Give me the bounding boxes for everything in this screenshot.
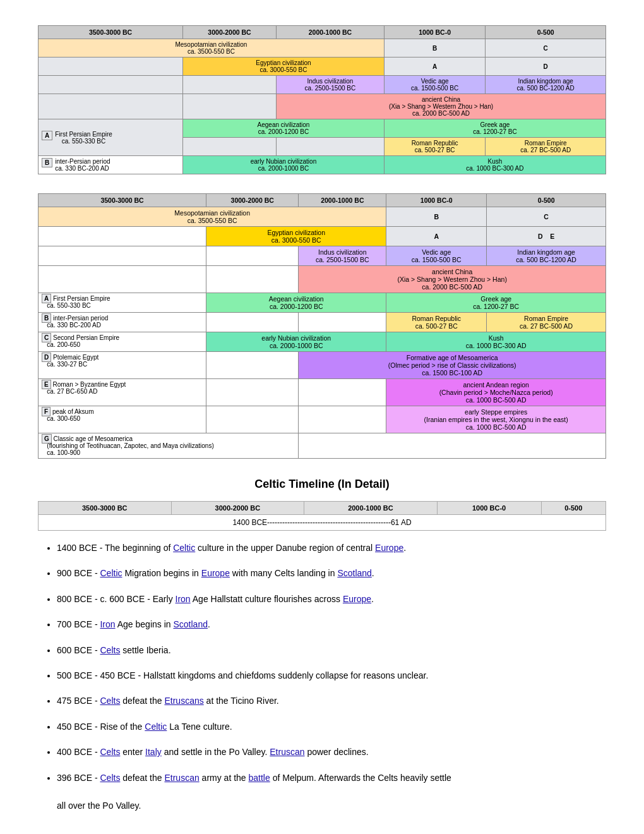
link-scotland-2[interactable]: Scotland (173, 619, 207, 629)
empty-cell-4 (39, 94, 183, 119)
th-0500: 0-500 (487, 194, 606, 207)
link-scotland-1[interactable]: Scotland (337, 568, 371, 578)
link-iron-1[interactable]: Iron (176, 594, 191, 604)
empty1 (39, 227, 206, 246)
roman-empire-cell: Roman Empireca. 27 BC-500 AD (486, 138, 606, 156)
th-3500: 3500-3000 BC (39, 194, 206, 207)
legend-d-cell: D Ptolemaic Egypt ca. 330-27 BC (39, 352, 206, 379)
egypt-cell: Egyptian civilizationca. 3000-550 BC (183, 57, 385, 76)
cell-c: C (487, 207, 606, 227)
link-europe-2[interactable]: Europe (201, 568, 230, 578)
link-celtic-1[interactable]: Celtic (173, 543, 195, 553)
aegean-cell: Aegean civilizationca. 2000-1200 BC (183, 119, 385, 138)
legend-f-cell: F peak of Aksum ca. 300-650 (39, 406, 206, 433)
letter-b-cell: B (384, 39, 486, 57)
empty-cell-1 (39, 57, 183, 76)
greek-span: Greek ageca. 1200-27 BC (386, 293, 606, 313)
link-battle-1[interactable]: battle (249, 773, 270, 783)
indian-span: Indian kingdom ageca. 500 BC-1200 AD (487, 246, 606, 266)
legend-e-cell: E Roman > Byzantine Egypt ca. 27 BC-650 … (39, 379, 206, 406)
celtic-th-3000: 3000-2000 BC (171, 502, 304, 515)
link-celtic-3[interactable]: Celtic (145, 722, 167, 732)
world-history-table: 3500-3000 BC 3000-2000 BC 2000-1000 BC 1… (38, 25, 606, 174)
vedic-cell: Vedic ageca. 1500-500 BC (384, 76, 486, 94)
bullet-900: 900 BCE - Celtic Migration begins in Eur… (57, 566, 606, 580)
bullet-396: 396 BCE - Celts defeat the Etruscan army… (57, 771, 606, 813)
letter-a-cell: A (384, 57, 486, 76)
celtic-bar-text: 1400 BCE--------------------------------… (39, 515, 606, 531)
link-celts-4[interactable]: Celts (100, 773, 120, 783)
empty6 (206, 313, 299, 332)
link-etruscans-1[interactable]: Etruscans (164, 696, 203, 706)
link-celts-1[interactable]: Celts (100, 645, 120, 655)
legend-g-cell: G Classic age of Mesoamerica (flourishin… (39, 433, 299, 459)
link-europe-3[interactable]: Europe (343, 594, 371, 604)
celtic-th-2000: 2000-1000 BC (304, 502, 438, 515)
bullet-list: 1400 BCE - The beginning of Celtic cultu… (57, 541, 606, 813)
indus-span: Indus civilizationca. 2500-1500 BC (299, 246, 386, 266)
bullet-500: 500 BCE - 450 BCE - Hallstatt kingdoms a… (57, 668, 606, 682)
legend-c-cell: C Second Persian Empire ca. 200-650 (39, 332, 206, 352)
th-1000: 1000 BC-0 (386, 194, 487, 207)
roman-emp-span: Roman Empireca. 27 BC-500 AD (487, 313, 606, 332)
empty7 (299, 313, 386, 332)
link-etruscan-1[interactable]: Etruscan (270, 747, 304, 757)
nubian-cell: early Nubian civilizationca. 2000-1000 B… (183, 156, 385, 174)
roman-republic-cell: Roman Republicca. 500-27 BC (384, 138, 486, 156)
bullet-600: 600 BCE - Celts settle Iberia. (57, 643, 606, 657)
andean-span: ancient Andean region(Chavin period > Mo… (386, 379, 606, 406)
link-etruscan-2[interactable]: Etruscan (164, 773, 199, 783)
letter-d-cell: D (486, 57, 606, 76)
empty10 (299, 379, 386, 406)
legend-a-block: A First Persian Empireca. 550-330 BC (39, 119, 183, 156)
link-celtic-2[interactable]: Celtic (100, 568, 122, 578)
empty8 (206, 352, 299, 379)
celtic-th-0500: 0-500 (541, 502, 605, 515)
china-cell: ancient China(Xia > Shang > Western Zhou… (276, 94, 605, 119)
cell-b: B (386, 207, 487, 227)
bullet-800: 800 BCE - c. 600 BCE - Early Iron Age Ha… (57, 592, 606, 606)
greek-cell: Greek ageca. 1200-27 BC (384, 119, 605, 138)
col-header-3000: 3000-2000 BC (183, 26, 277, 39)
bullet-700: 700 BCE - Iron Age begins in Scotland. (57, 617, 606, 631)
empty-cell-5 (183, 94, 277, 119)
empty9 (206, 379, 299, 406)
link-iron-2[interactable]: Iron (100, 619, 115, 629)
empty12 (299, 406, 386, 433)
kush-cell: Kushca. 1000 BC-300 AD (384, 156, 605, 174)
aegean-span: Aegean civilizationca. 2000-1200 BC (206, 293, 386, 313)
cell-d-e: D E (487, 227, 606, 246)
link-celts-2[interactable]: Celts (100, 696, 120, 706)
empty2 (39, 246, 206, 266)
olmec-span: Formative age of Mesoamerica(Olmec perio… (299, 352, 606, 379)
steppe-span: early Steppe empires(Iranian empires in … (386, 406, 606, 433)
celtic-th-3500: 3500-3000 BC (39, 502, 172, 515)
cell-a: A (386, 227, 487, 246)
legend-b-block: B inter-Persian periodca. 330 BC-200 AD (39, 156, 183, 174)
empty11 (206, 406, 299, 433)
empty-cell-6 (183, 138, 277, 156)
legend-a-cell: A First Persian Empire ca. 550-330 BC (39, 293, 206, 313)
celtic-timeline-table: 3500-3000 BC 3000-2000 BC 2000-1000 BC 1… (38, 501, 606, 531)
th-3000: 3000-2000 BC (206, 194, 299, 207)
col-header-3500: 3500-3000 BC (39, 26, 183, 39)
nubian-span: early Nubian civilizationca. 2000-1000 B… (206, 332, 386, 352)
empty-cell-2 (39, 76, 183, 94)
legend-b-cell: B inter-Persian period ca. 330 BC-200 AD (39, 313, 206, 332)
link-italy-1[interactable]: Italy (145, 747, 162, 757)
col-header-1000: 1000 BC-0 (384, 26, 486, 39)
empty5 (206, 266, 299, 293)
bullet-475: 475 BCE - Celts defeat the Etruscans at … (57, 694, 606, 708)
link-europe-1[interactable]: Europe (375, 543, 403, 553)
kush-span: Kushca. 1000 BC-300 AD (386, 332, 606, 352)
empty13 (299, 433, 606, 459)
empty4 (39, 266, 206, 293)
egypt-span: Egyptian civilizationca. 3000-550 BC (206, 227, 386, 246)
meso-span: Mesopotamian civilizationca. 3500-550 BC (39, 207, 386, 227)
indus-cell: Indus civilizationca. 2500-1500 BC (276, 76, 384, 94)
link-celts-3[interactable]: Celts (100, 747, 120, 757)
bullet-400: 400 BCE - Celts enter Italy and settle i… (57, 745, 606, 759)
empty3 (206, 246, 299, 266)
col-header-0500: 0-500 (486, 26, 606, 39)
empty-cell-3 (183, 76, 277, 94)
